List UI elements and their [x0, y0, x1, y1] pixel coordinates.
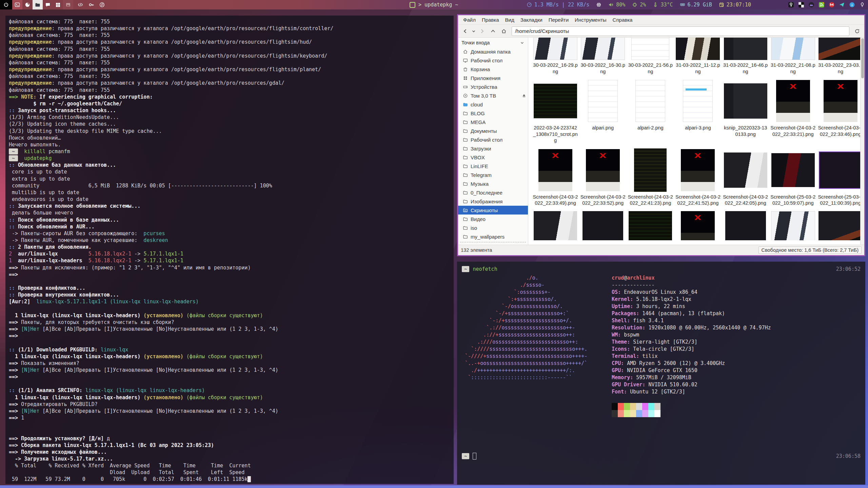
scrollbar[interactable] [860, 38, 864, 245]
file-item[interactable]: Screenshot-(24-03-2022_22:41:23).png [627, 148, 674, 206]
sidebar-item[interactable]: Устройства [458, 82, 528, 91]
tray-lamp[interactable] [859, 2, 865, 8]
sidebar-item[interactable]: Музыка [458, 179, 528, 188]
workspace-terminal[interactable] [12, 0, 22, 9]
sidebar-item[interactable]: iso [458, 223, 528, 232]
workspace-windows[interactable] [53, 0, 63, 9]
file-manager-window[interactable]: ФайлПравкаВидЗакладкиПерейтиИнструментыС… [457, 14, 865, 256]
file-item[interactable]: Screenshot-(24-03-2022_22:42:05).png [722, 148, 769, 206]
sidebar-mode-selector[interactable]: Точки входа [458, 38, 528, 47]
file-item[interactable]: 31-03-2022_23-03.png [817, 38, 864, 75]
thumbnail-image [724, 38, 767, 60]
workspace-music[interactable] [98, 0, 106, 9]
workspace-firefox[interactable] [22, 0, 33, 9]
menu-item[interactable]: Файл [460, 16, 479, 24]
sidebar-item[interactable]: my_wallpapers [458, 232, 528, 241]
workspace-image[interactable] [63, 0, 73, 9]
file-item[interactable]: 31-03-2022_21-08.png [769, 38, 817, 75]
tray-mega[interactable] [828, 2, 835, 8]
tray-send[interactable] [839, 2, 845, 8]
back-button[interactable] [460, 26, 470, 36]
file-item[interactable]: 30-03-2022_16-29.png [532, 38, 579, 75]
tray-info[interactable] [849, 2, 855, 8]
menu-item[interactable]: Перейти [546, 16, 572, 24]
file-item[interactable]: alpari.png [579, 79, 627, 144]
sidebar-item[interactable]: Загрузки [458, 144, 528, 153]
file-item[interactable]: Screenshot-(25-03-2022_11:00:39).png [817, 148, 864, 206]
folder-icon [35, 2, 40, 7]
terminal-window-updatepkg[interactable]: файловая система: 775 пакет: 755предупре… [5, 16, 454, 484]
up-button[interactable] [488, 26, 498, 36]
sidebar-item[interactable]: Том 3,0 ТВ [458, 91, 528, 100]
sidebar-item[interactable]: VBOX [458, 153, 528, 162]
sidebar-item[interactable]: Рабочий стол [458, 135, 528, 144]
sidebar-item[interactable]: Домашняя папка [458, 47, 528, 56]
file-item[interactable]: ksnip_20220323-130133.png [722, 79, 769, 144]
lamp-icon [859, 2, 865, 8]
file-item[interactable]: 31-03-2022_16-46.png [722, 38, 769, 75]
workspace-power[interactable] [0, 0, 12, 9]
path-bar[interactable]: /home/crud/Скриншоты [512, 26, 849, 36]
file-item[interactable]: alpari-2.png [627, 79, 674, 144]
bar-module-value: 2% [640, 2, 646, 8]
file-item[interactable]: 30-03-2022_16-30.png [579, 38, 627, 75]
menu-item[interactable]: Вид [502, 16, 517, 24]
sidebar-item[interactable]: Корзина [458, 65, 528, 74]
forward-button[interactable] [477, 26, 487, 36]
home-button[interactable] [499, 26, 509, 36]
workspace-folder[interactable] [33, 0, 43, 9]
sidebar-item[interactable]: cloud [458, 100, 528, 109]
menu-item[interactable]: Инструменты [572, 16, 610, 24]
file-thumbnail [776, 79, 810, 123]
sidebar-item[interactable]: MEGA [458, 118, 528, 126]
workspace-code[interactable] [77, 0, 84, 9]
sidebar-item[interactable]: Скриншоты [458, 206, 528, 215]
tray-mountain[interactable] [808, 2, 814, 8]
terminal-window-neofetch[interactable]: ~ neofetch 23:06:52 ./o. ./sssso- `:osss… [457, 262, 865, 485]
menu-item[interactable]: Закладки [517, 16, 546, 24]
workspace-chat[interactable] [43, 0, 53, 9]
sidebar-item[interactable]: Telegram [458, 170, 528, 179]
menu-item[interactable]: Справка [610, 16, 636, 24]
neofetch-info-line: GPU: NVIDIA GeForce GTX 1650 [612, 367, 771, 374]
file-item[interactable] [579, 211, 627, 240]
sidebar-item[interactable]: Видео [458, 215, 528, 223]
terminal-output-line [9, 428, 454, 435]
file-item[interactable] [817, 211, 864, 240]
menu-item[interactable]: Правка [479, 16, 502, 24]
folder-s-icon [463, 181, 468, 186]
sidebar-item[interactable]: Рабочий стол [458, 56, 528, 65]
file-item[interactable]: Screenshot-(25-03-2022_10:59:07).png [769, 148, 817, 206]
tray-keepass[interactable] [788, 2, 794, 8]
file-item[interactable]: Screenshot-(24-03-2022_22:33:52).png [579, 148, 627, 206]
file-item[interactable]: Screenshot-(24-03-2022_22:33:21).png [769, 79, 817, 144]
scrollbar-thumb[interactable] [861, 38, 864, 78]
file-item[interactable]: 2022-03-24-223742_1308x710_scrot.png [532, 79, 579, 144]
file-item[interactable]: 31-03-2022_11-12.png [674, 38, 722, 75]
tray-rss[interactable] [818, 2, 825, 8]
file-item[interactable] [769, 211, 817, 240]
file-item[interactable] [532, 211, 579, 240]
sidebar-item[interactable]: 0_Последнее [458, 188, 528, 197]
file-item[interactable]: Screenshot-(24-03-2022_22:33:49).png [532, 148, 579, 206]
file-item[interactable] [674, 211, 722, 240]
file-item[interactable] [722, 211, 769, 240]
file-item[interactable]: Screenshot-(24-03-2022_22:33:46).png [817, 79, 864, 144]
terminal-output-line: предупреждение: права доступа различаютс… [9, 66, 454, 73]
file-item[interactable] [627, 211, 674, 240]
sidebar-item[interactable]: Приложения [458, 74, 528, 82]
workspace-key[interactable] [87, 0, 95, 9]
terminal-output-line: предупреждение: права доступа различаютс… [9, 39, 454, 45]
terminal-output-line: multilib is up to date [9, 189, 454, 196]
trash-s-icon [463, 67, 468, 72]
file-item[interactable]: alpari-3.png [674, 79, 722, 144]
file-item[interactable]: Screenshot-(24-03-2022_22:41:52).png [674, 148, 722, 206]
file-item[interactable]: 30-03-2022_21-56.png [627, 38, 674, 75]
tray-checker[interactable] [798, 2, 804, 8]
back-history-button[interactable] [471, 26, 476, 36]
sidebar-item[interactable]: BLOG [458, 109, 528, 118]
reload-button[interactable] [852, 26, 862, 36]
sidebar-item[interactable]: Документы [458, 126, 528, 135]
sidebar-item[interactable]: Изображения [458, 197, 528, 206]
sidebar-item[interactable]: LinLIFE [458, 162, 528, 170]
